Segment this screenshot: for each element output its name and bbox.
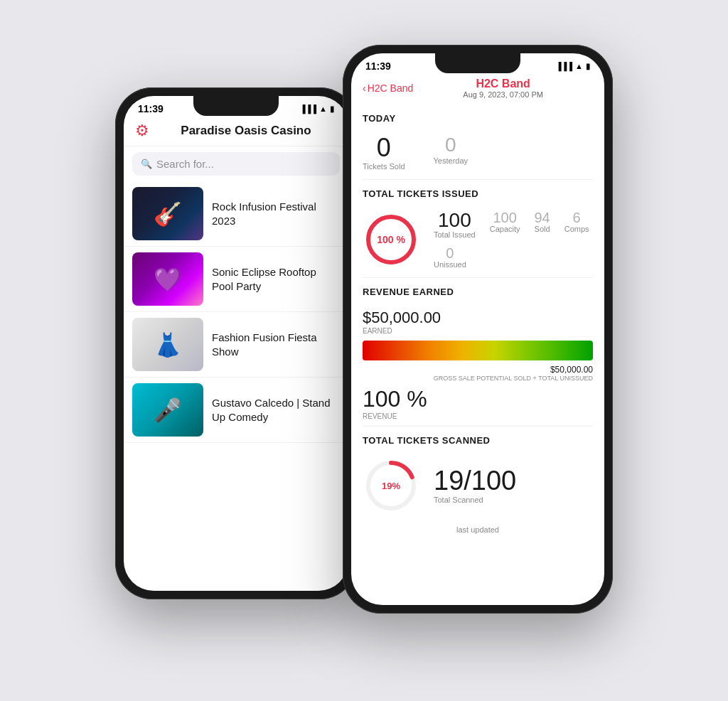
yesterday-number: 0	[434, 135, 469, 155]
unissued-label: Unissued	[434, 260, 466, 269]
scanned-fraction: 19/100	[434, 467, 516, 494]
home-indicator-right	[442, 606, 513, 609]
search-bar[interactable]: 🔍 Search for...	[132, 152, 340, 176]
donut-label: 100 %	[377, 234, 405, 245]
event-thumb-0: 🎸	[132, 187, 203, 240]
nav-event-title: H2C Band	[413, 77, 593, 90]
phones-container: 11:39 ▐▐▐ ▲ ▮ ⚙ Paradise Oasis Casino 🔍 …	[115, 45, 613, 656]
event-name-1: Sonic Eclipse Rooftop Pool Party	[212, 265, 340, 293]
notch-right	[435, 53, 520, 73]
last-updated: last updated	[363, 520, 593, 540]
capacity-number: 100	[490, 210, 520, 225]
status-icons-left: ▐▐▐ ▲ ▮	[300, 105, 334, 114]
thumb-img-2: 👗	[132, 318, 203, 371]
comps-label: Comps	[564, 225, 589, 233]
phone-right-screen: 11:39 ▐▐▐ ▲ ▮ ‹ H2C Band H2C Band Aug 9,…	[351, 53, 604, 605]
total-issued-label: Total Issued	[434, 230, 476, 239]
revenue-section: $50,000.00 EARNED $50,000.00 GROSS SALE …	[363, 303, 593, 427]
time-left: 11:39	[138, 103, 164, 114]
revenue-percent: 100 %	[363, 386, 593, 412]
venue-title: Paradise Oasis Casino	[155, 124, 337, 138]
revenue-amount: $50,000.00	[363, 309, 593, 327]
scanned-donut: 19%	[363, 457, 419, 514]
thumb-img-0: 🎸	[132, 187, 203, 240]
chevron-left-icon: ‹	[363, 82, 366, 94]
comps-stat: 6 Comps	[564, 210, 589, 239]
left-header: ⚙ Paradise Oasis Casino	[124, 117, 348, 146]
signal-icon: ▐▐▐	[300, 105, 316, 113]
revenue-section-title: REVENUE EARNED	[363, 287, 593, 297]
list-item[interactable]: 💜 Sonic Eclipse Rooftop Pool Party	[124, 247, 348, 312]
event-name-3: Gustavo Calcedo | Stand Up Comedy	[212, 396, 340, 424]
notch-left	[193, 96, 279, 116]
gross-label: GROSS SALE POTENTIAL Sold + Total Unissu…	[363, 375, 593, 382]
tickets-sold-label: Tickets Sold	[363, 162, 405, 171]
battery-icon-r: ▮	[586, 62, 590, 71]
sold-label: Sold	[535, 225, 550, 233]
phone-left: 11:39 ▐▐▐ ▲ ▮ ⚙ Paradise Oasis Casino 🔍 …	[115, 87, 357, 599]
capacity-stat: 100 Capacity	[490, 210, 520, 239]
scanned-total-label: Total Scanned	[434, 496, 516, 504]
event-list: 🎸 Rock Infusion Festival 2023 💜 Sonic Ec…	[124, 181, 348, 443]
list-item[interactable]: 🎤 Gustavo Calcedo | Stand Up Comedy	[124, 378, 348, 443]
right-nav: ‹ H2C Band H2C Band Aug 9, 2023, 07:00 P…	[351, 75, 604, 105]
revenue-bar	[363, 341, 593, 360]
capacity-label: Capacity	[490, 225, 520, 233]
event-thumb-2: 👗	[132, 318, 203, 371]
total-issued-number: 100	[434, 210, 476, 230]
issued-stats: 100 Total Issued 100 Capacity 94 Sold	[434, 210, 593, 269]
wifi-icon-r: ▲	[575, 62, 583, 70]
total-issued-stat: 100 Total Issued	[434, 210, 476, 239]
tickets-issued-title: TOTAL TICKETS ISSUED	[363, 188, 593, 199]
today-row: 0 Tickets Sold 0 Yesterday	[363, 129, 593, 180]
yesterday-label: Yesterday	[434, 156, 469, 165]
list-item[interactable]: 🎸 Rock Infusion Festival 2023	[124, 181, 348, 247]
sold-stat: 94 Sold	[535, 210, 550, 239]
phone-left-screen: 11:39 ▐▐▐ ▲ ▮ ⚙ Paradise Oasis Casino 🔍 …	[124, 96, 348, 591]
event-name-0: Rock Infusion Festival 2023	[212, 200, 340, 228]
battery-icon: ▮	[330, 105, 334, 114]
wifi-icon: ▲	[319, 105, 327, 113]
nav-title-center: H2C Band Aug 9, 2023, 07:00 PM	[413, 77, 593, 99]
gross-amount: $50,000.00	[363, 365, 593, 375]
today-section-title: TODAY	[363, 113, 593, 124]
list-item[interactable]: 👗 Fashion Fusion Fiesta Show	[124, 312, 348, 378]
scanned-stats: 19/100 Total Scanned	[434, 467, 516, 504]
search-placeholder: Search for...	[156, 158, 214, 170]
revenue-earned-label: EARNED	[363, 327, 593, 335]
thumb-img-1: 💜	[132, 252, 203, 306]
unissued-number: 0	[434, 246, 466, 260]
yesterday-stat: 0 Yesterday	[434, 135, 469, 165]
detail-scroll[interactable]: TODAY 0 Tickets Sold 0 Yesterday TOTAL T…	[351, 105, 604, 596]
tickets-issued-row: 100 % 100 Total Issued 100 Capacity 94	[363, 205, 593, 278]
scanned-section-title: TOTAL TICKETS SCANNED	[363, 435, 593, 446]
event-name-2: Fashion Fusion Fiesta Show	[212, 331, 340, 358]
status-icons-right: ▐▐▐ ▲ ▮	[556, 62, 590, 71]
home-indicator-left	[200, 592, 272, 595]
event-thumb-1: 💜	[132, 252, 203, 306]
signal-icon-r: ▐▐▐	[556, 62, 572, 70]
back-label: H2C Band	[368, 82, 414, 94]
comps-number: 6	[564, 210, 589, 225]
thumb-img-3: 🎤	[132, 383, 203, 437]
tickets-sold-stat: 0 Tickets Sold	[363, 135, 405, 171]
phone-right: 11:39 ▐▐▐ ▲ ▮ ‹ H2C Band H2C Band Aug 9,…	[343, 45, 613, 614]
nav-event-date: Aug 9, 2023, 07:00 PM	[413, 90, 593, 99]
sold-number: 94	[535, 210, 550, 225]
time-right: 11:39	[365, 60, 391, 72]
donut-chart: 100 %	[363, 211, 419, 268]
tickets-sold-number: 0	[363, 135, 405, 161]
gear-icon[interactable]: ⚙	[135, 122, 149, 140]
unissued-stat: 0 Unissued	[434, 246, 466, 269]
scanned-percent-label: 19%	[382, 481, 400, 491]
search-icon: 🔍	[141, 159, 152, 169]
back-button[interactable]: ‹ H2C Band	[363, 82, 413, 94]
revenue-pct-label: REVENUE	[363, 412, 593, 420]
scanned-row: 19% 19/100 Total Scanned	[363, 451, 593, 520]
event-thumb-3: 🎤	[132, 383, 203, 437]
